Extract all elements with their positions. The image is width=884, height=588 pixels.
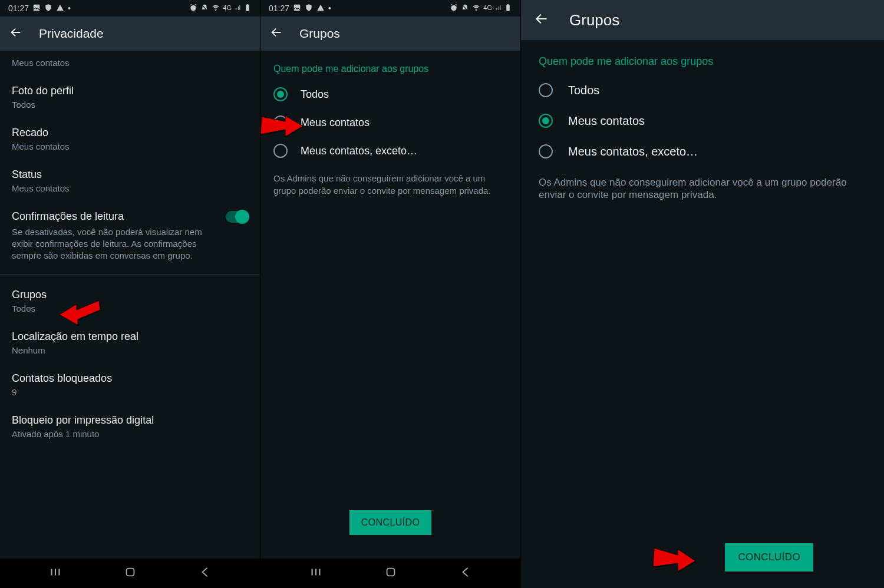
setting-photo-title: Foto do perfil	[12, 83, 248, 98]
page-title: Grupos	[299, 27, 340, 41]
divider	[0, 274, 260, 275]
back-icon[interactable]	[270, 26, 283, 41]
setting-photo-value: Todos	[12, 100, 248, 110]
page-title: Privacidade	[39, 27, 104, 41]
done-button[interactable]: CONCLUÍDO	[725, 543, 813, 572]
svg-rect-7	[247, 9, 249, 10]
wifi-icon	[212, 4, 220, 14]
read-receipts-toggle[interactable]	[226, 211, 248, 223]
section-header: Quem pode me adicionar aos grupos	[521, 40, 884, 75]
battery-icon	[504, 4, 512, 14]
svg-rect-18	[387, 569, 394, 576]
setting-blocked[interactable]: Contatos bloqueados 9	[0, 363, 260, 405]
svg-point-4	[215, 9, 216, 11]
gallery-icon	[293, 4, 301, 14]
radio-icon	[539, 114, 553, 128]
radio-icon	[273, 87, 288, 101]
radio-option-everyone[interactable]: Todos	[521, 75, 884, 105]
setting-about-value: Meus contatos	[12, 141, 248, 151]
setting-live-location[interactable]: Localização em tempo real Nenhum	[0, 321, 260, 363]
setting-status[interactable]: Status Meus contatos	[0, 159, 260, 201]
signal-icon: ₊ıl	[495, 5, 501, 11]
setting-live-title: Localização em tempo real	[12, 329, 248, 344]
more-dot: •	[328, 4, 331, 13]
setting-read-title: Confirmações de leitura	[12, 209, 226, 224]
setting-status-title: Status	[12, 167, 248, 182]
radio-icon	[539, 83, 553, 97]
svg-point-13	[451, 5, 457, 10]
gallery-icon	[32, 4, 41, 14]
setting-groups-value: Todos	[12, 303, 248, 313]
setting-last-seen[interactable]: Meus contatos	[0, 51, 260, 75]
setting-about[interactable]: Recado Meus contatos	[0, 117, 260, 159]
more-dot: •	[68, 4, 71, 13]
battery-icon	[243, 4, 252, 14]
radio-icon	[273, 115, 288, 130]
setting-finger-value: Ativado após 1 minuto	[12, 429, 248, 439]
nav-bar	[260, 559, 520, 588]
setting-live-value: Nenhum	[12, 345, 248, 355]
status-bar: 01:27 • 4G ₊ıl	[0, 0, 260, 16]
app-bar: Grupos	[260, 16, 520, 51]
setting-groups[interactable]: Grupos Todos	[0, 279, 260, 321]
setting-about-title: Recado	[12, 125, 248, 140]
status-bar: 01:27 • 4G ₊ıl	[260, 0, 520, 16]
svg-rect-6	[247, 4, 248, 5]
setting-last-seen-value: Meus contatos	[12, 58, 248, 68]
shield-icon	[305, 4, 313, 14]
radio-option-contacts[interactable]: Meus contatos	[521, 105, 884, 136]
nav-home-icon[interactable]	[124, 566, 137, 581]
shield-icon	[44, 4, 52, 14]
alarm-icon	[189, 4, 197, 14]
radio-icon	[273, 144, 288, 158]
nav-back-icon[interactable]	[459, 566, 472, 581]
svg-rect-16	[507, 4, 509, 5]
setting-finger-title: Bloqueio por impressão digital	[12, 412, 248, 428]
radio-option-everyone[interactable]: Todos	[260, 80, 520, 108]
nav-back-icon[interactable]	[199, 566, 212, 581]
vibrate-icon	[200, 4, 209, 14]
svg-rect-2	[60, 9, 60, 9]
radio-option-except[interactable]: Meus contatos, exceto…	[260, 137, 520, 165]
svg-rect-17	[507, 9, 509, 10]
setting-read-desc: Se desativadas, você não poderá visualiz…	[12, 226, 248, 262]
network-label: 4G	[223, 4, 232, 11]
helper-text: Os Admins que não conseguirem adicionar …	[521, 167, 884, 201]
radio-label: Todos	[301, 88, 329, 101]
setting-groups-title: Grupos	[12, 287, 248, 302]
back-icon[interactable]	[534, 11, 549, 29]
app-bar: Privacidade	[0, 16, 260, 51]
alarm-icon	[450, 4, 458, 14]
setting-read-receipts[interactable]: Confirmações de leitura Se desativadas, …	[0, 201, 260, 269]
back-icon[interactable]	[9, 26, 22, 41]
status-time: 01:27	[269, 4, 289, 13]
section-header: Quem pode me adicionar aos grupos	[260, 51, 520, 80]
helper-text: Os Admins que não conseguirem adicionar …	[260, 165, 520, 197]
svg-point-3	[191, 5, 196, 10]
radio-label: Todos	[568, 84, 599, 97]
vibrate-icon	[461, 4, 469, 14]
setting-blocked-value: 9	[12, 387, 248, 397]
nav-recent-icon[interactable]	[49, 566, 62, 581]
svg-point-14	[476, 9, 477, 11]
radio-option-except[interactable]: Meus contatos, exceto…	[521, 136, 884, 167]
setting-photo[interactable]: Foto do perfil Todos	[0, 75, 260, 117]
setting-blocked-title: Contatos bloqueados	[12, 371, 248, 386]
signal-icon: ₊ıl	[235, 5, 240, 11]
nav-home-icon[interactable]	[384, 566, 397, 581]
radio-label: Meus contatos, exceto…	[568, 145, 698, 158]
nav-recent-icon[interactable]	[309, 566, 322, 581]
radio-option-contacts[interactable]: Meus contatos	[260, 108, 520, 137]
status-time: 01:27	[8, 4, 29, 13]
radio-label: Meus contatos	[301, 117, 370, 129]
warning-icon	[316, 4, 325, 14]
setting-fingerprint[interactable]: Bloqueio por impressão digital Ativado a…	[0, 405, 260, 447]
svg-rect-1	[60, 6, 60, 8]
svg-rect-8	[126, 569, 134, 576]
network-label: 4G	[483, 4, 492, 11]
wifi-icon	[472, 4, 480, 14]
radio-label: Meus contatos	[568, 114, 645, 128]
done-button[interactable]: CONCLUÍDO	[349, 510, 432, 535]
svg-rect-12	[320, 9, 321, 9]
nav-bar	[0, 559, 260, 588]
